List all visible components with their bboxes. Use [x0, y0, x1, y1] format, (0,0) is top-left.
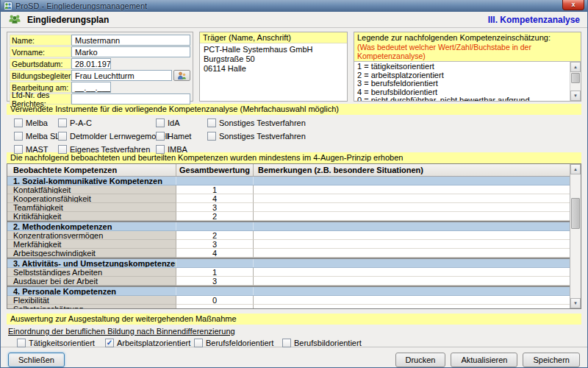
instrument-checkbox[interactable]: IdA [156, 118, 207, 128]
checkbox-icon[interactable] [58, 132, 67, 141]
table-section-row: 1. Sozial-kommunikative Kompetenzen [7, 177, 570, 185]
checkbox-icon[interactable] [194, 339, 203, 347]
legend-item: 0 = nicht durchführbar, nicht bewertbar … [357, 96, 566, 101]
bearbeitung-am-input[interactable]: __.__.____ [71, 82, 111, 93]
close-dialog-button[interactable]: Schließen [8, 353, 65, 367]
field-label: Bildungsbegleiter: [10, 70, 71, 81]
legend-item: 3 = berufsfeldorientiert [357, 79, 566, 88]
remark-cell[interactable] [254, 305, 570, 309]
window-title: ProSD - Eingliederungsmanagement [15, 1, 147, 10]
field-label: Geburtsdatum: [10, 58, 71, 69]
legend-header: Legende zur nachfolgenden Kompetenzeinsc… [354, 32, 581, 43]
competence-label: Flexibilität [7, 296, 176, 305]
field-label: Lfd-Nr. des Berichtes: [10, 93, 71, 105]
select-person-button[interactable] [173, 70, 190, 81]
traeger-address-line: PCT-Halle Systemhaus GmbH [204, 45, 343, 54]
field-label: Vorname: [10, 46, 71, 57]
checkbox-icon[interactable] [14, 132, 23, 141]
instrument-checkbox[interactable]: P-A-C [58, 118, 156, 128]
remark-cell[interactable] [254, 231, 570, 240]
print-button[interactable]: Drucken [395, 353, 446, 367]
instrument-checkbox[interactable]: Melba [14, 118, 58, 128]
checkbox-icon[interactable]: ✓ [105, 339, 114, 347]
rating-cell[interactable]: 1 [176, 185, 254, 194]
scroll-down-icon[interactable]: ▼ [570, 298, 581, 308]
table-section-row: 4. Personale Kompetenzen [7, 286, 570, 296]
legend-scrollbar[interactable]: ▲ ▼ [570, 62, 581, 101]
form-field-row: Vorname: Marko [10, 46, 190, 57]
checkbox-label: Hamet [168, 132, 191, 141]
save-button[interactable]: Speichern [523, 353, 580, 367]
checkbox-label: Arbeitsplatzorientiert [117, 339, 190, 347]
instrument-checkbox[interactable]: Detmolder Lernwegemodell [58, 131, 156, 141]
scrollbar-thumb[interactable] [571, 198, 580, 229]
form-field-row: Name: Mustermann [10, 35, 190, 46]
einordnung-checkbox[interactable]: ✓ Arbeitsplatzorientiert [105, 338, 194, 348]
rating-cell[interactable]: 1 [176, 268, 254, 277]
titlebar: ProSD - Eingliederungsmanagement x [1, 0, 587, 12]
checkbox-icon[interactable] [207, 132, 216, 141]
remark-cell[interactable] [254, 277, 570, 286]
rating-cell[interactable]: 2 [176, 212, 254, 221]
close-icon: x [571, 1, 575, 8]
rating-cell[interactable] [176, 305, 254, 309]
checkbox-icon[interactable] [282, 339, 291, 347]
table-row: Kontaktfähigkeit 1 [7, 185, 570, 194]
geburtsdatum-input[interactable]: 28.01.1977 [71, 58, 111, 69]
refresh-button[interactable]: Aktualisieren [451, 353, 517, 367]
form-field-row: Geburtsdatum: 28.01.1977 [10, 58, 190, 69]
bildungsbegleiter-input[interactable]: Frau Leuchtturm [71, 70, 172, 81]
remark-cell[interactable] [254, 268, 570, 277]
vorname-input[interactable]: Marko [71, 46, 190, 57]
legend-item: 1 = tätigkeitsorientiert [357, 63, 566, 71]
einordnung-checkbox[interactable]: Berufsbildorientiert [282, 338, 581, 348]
instrument-checkbox[interactable]: Melba SL [14, 131, 58, 141]
rating-cell[interactable]: 3 [176, 240, 254, 249]
einordnung-checkbox[interactable]: Tätigkeitsorientiert [17, 338, 105, 348]
competence-label: Kontaktfähigkeit [7, 185, 176, 194]
einordnung-checkbox[interactable]: Berufsfeldorientiert [194, 338, 282, 348]
remark-cell[interactable] [254, 249, 570, 258]
rating-cell[interactable]: 2 [176, 231, 254, 240]
section-label: 3. Aktivitäts- und Umsetzungskompetenzen [7, 259, 176, 267]
table-scrollbar[interactable]: ▲ ▼ [570, 164, 581, 308]
rating-cell[interactable]: 4 [176, 194, 254, 203]
instrument-checkbox[interactable]: Sonstiges Testverfahren [207, 131, 587, 141]
checkbox-icon[interactable] [207, 118, 216, 127]
traeger-address-line: Burgstraße 50 [204, 54, 343, 64]
instrument-checkbox[interactable]: Sonstiges Testverfahren [207, 118, 587, 128]
remark-cell[interactable] [254, 212, 570, 221]
competence-table: Beobachtete Kompetenzen Gesamtbewertung … [7, 163, 581, 309]
scroll-up-icon[interactable]: ▲ [570, 164, 581, 174]
table-row: Kooperationsfähigkeit 4 [7, 194, 570, 203]
close-button[interactable]: x [562, 0, 584, 10]
checkbox-icon[interactable] [156, 118, 165, 127]
checkbox-icon[interactable] [17, 339, 26, 347]
scroll-down-icon[interactable]: ▼ [570, 91, 581, 101]
rating-cell[interactable]: 4 [176, 249, 254, 258]
scroll-up-icon[interactable]: ▲ [570, 62, 581, 72]
person-picker-icon [177, 71, 187, 80]
competence-label: Ausdauer bei der Arbeit [7, 277, 176, 286]
lfd-nr-des-berichtes-input[interactable] [71, 93, 190, 105]
name-input[interactable]: Mustermann [71, 35, 190, 46]
column-header-gesamtbewertung: Gesamtbewertung [176, 164, 254, 176]
checkbox-icon[interactable] [156, 132, 165, 141]
instruments-header-bar: Verwendete Instrumente für die vorliegen… [7, 104, 581, 115]
checkbox-icon[interactable] [14, 118, 23, 127]
scrollbar-thumb[interactable] [571, 73, 580, 83]
remark-cell[interactable] [254, 194, 570, 203]
legend-subheader: (Was bedeutet welcher Wert/Zahl/Buchstab… [354, 43, 581, 61]
rating-cell[interactable]: 0 [176, 296, 254, 305]
table-row: Selbsteinschätzung [7, 305, 570, 309]
rating-cell[interactable]: 3 [176, 203, 254, 212]
remark-cell[interactable] [254, 240, 570, 249]
instrument-checkbox[interactable]: Hamet [156, 131, 207, 141]
remark-cell[interactable] [254, 203, 570, 212]
rating-cell[interactable]: 3 [176, 277, 254, 286]
checkbox-label: Melba SL [26, 132, 60, 141]
legend-listbox: 1 = tätigkeitsorientiert2 = arbeitsplatz… [354, 61, 581, 101]
remark-cell[interactable] [254, 296, 570, 305]
checkbox-icon[interactable] [58, 118, 67, 127]
remark-cell[interactable] [254, 185, 570, 194]
